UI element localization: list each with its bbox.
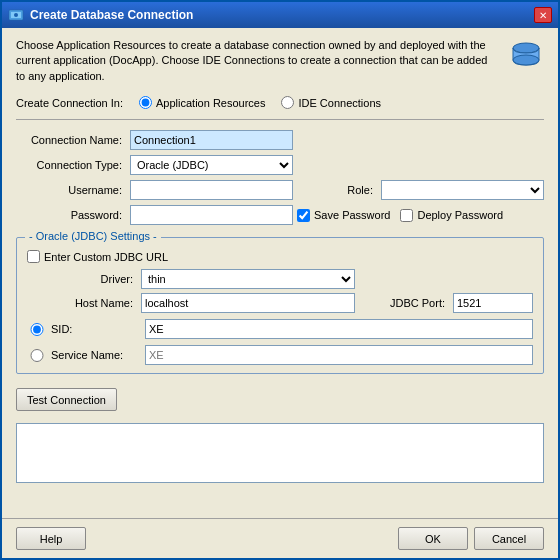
role-label: Role: — [297, 184, 377, 196]
username-input[interactable] — [130, 180, 293, 200]
custom-jdbc-checkbox[interactable] — [27, 250, 40, 263]
window-controls: ✕ — [534, 7, 552, 23]
description-area: Choose Application Resources to create a… — [16, 38, 544, 84]
window-title: Create Database Connection — [30, 8, 534, 22]
save-password-checkbox[interactable] — [297, 209, 310, 222]
connection-type-label: Connection Type: — [16, 159, 126, 171]
connection-type-select[interactable]: Oracle (JDBC) MySQL PostgreSQL — [130, 155, 293, 175]
oracle-settings-title: - Oracle (JDBC) Settings - — [25, 230, 161, 242]
jdbc-port-label: JDBC Port: — [359, 297, 449, 309]
password-options: Save Password Deploy Password — [297, 209, 544, 222]
close-button[interactable]: ✕ — [534, 7, 552, 23]
oracle-settings-content: Enter Custom JDBC URL Driver: thin oci H… — [27, 250, 533, 365]
cancel-button[interactable]: Cancel — [474, 527, 544, 550]
sid-radio[interactable] — [27, 323, 47, 336]
content-area: Choose Application Resources to create a… — [2, 28, 558, 518]
service-name-radio[interactable] — [27, 349, 47, 362]
output-area — [16, 423, 544, 483]
help-button[interactable]: Help — [16, 527, 86, 550]
service-name-input[interactable] — [145, 345, 533, 365]
connection-in-label: Create Connection In: — [16, 97, 123, 109]
connection-name-input[interactable] — [130, 130, 293, 150]
test-connection-button[interactable]: Test Connection — [16, 388, 117, 411]
custom-jdbc-option[interactable]: Enter Custom JDBC URL — [27, 250, 533, 263]
driver-select[interactable]: thin oci — [141, 269, 355, 289]
ide-connections-option[interactable]: IDE Connections — [281, 96, 381, 109]
connection-name-label: Connection Name: — [16, 134, 126, 146]
deploy-password-option[interactable]: Deploy Password — [400, 209, 503, 222]
svg-point-4 — [513, 55, 539, 65]
sid-input[interactable] — [145, 319, 533, 339]
ide-connections-label: IDE Connections — [298, 97, 381, 109]
service-name-label: Service Name: — [51, 349, 141, 361]
app-resources-option[interactable]: Application Resources — [139, 96, 265, 109]
ide-connections-radio[interactable] — [281, 96, 294, 109]
username-label: Username: — [16, 184, 126, 196]
driver-host-row: Driver: thin oci Host Name: JDBC Port: — [27, 269, 533, 313]
hostname-input[interactable] — [141, 293, 355, 313]
title-bar: Create Database Connection ✕ — [2, 2, 558, 28]
password-label: Password: — [16, 209, 126, 221]
app-resources-label: Application Resources — [156, 97, 265, 109]
ok-button[interactable]: OK — [398, 527, 468, 550]
svg-point-2 — [14, 13, 18, 17]
deploy-password-checkbox[interactable] — [400, 209, 413, 222]
oracle-settings-section: - Oracle (JDBC) Settings - Enter Custom … — [16, 237, 544, 374]
sid-label: SID: — [51, 323, 141, 335]
connection-in-group: Create Connection In: Application Resour… — [16, 96, 544, 109]
custom-jdbc-label: Enter Custom JDBC URL — [44, 251, 168, 263]
main-window: Create Database Connection ✕ Choose Appl… — [0, 0, 560, 560]
test-connection-row: Test Connection — [16, 388, 544, 411]
driver-label: Driver: — [27, 273, 137, 285]
sid-row: SID: — [27, 319, 533, 339]
bottom-bar: Help OK Cancel — [2, 518, 558, 558]
divider — [16, 119, 544, 120]
password-input[interactable] — [130, 205, 293, 225]
hostname-label: Host Name: — [27, 297, 137, 309]
description-text: Choose Application Resources to create a… — [16, 38, 498, 84]
service-name-row: Service Name: — [27, 345, 533, 365]
right-buttons: OK Cancel — [398, 527, 544, 550]
role-select[interactable] — [381, 180, 544, 200]
app-resources-radio[interactable] — [139, 96, 152, 109]
save-password-label: Save Password — [314, 209, 390, 221]
deploy-password-label: Deploy Password — [417, 209, 503, 221]
save-password-option[interactable]: Save Password — [297, 209, 390, 222]
jdbc-port-input[interactable] — [453, 293, 533, 313]
database-icon — [508, 38, 544, 74]
window-icon — [8, 7, 24, 23]
